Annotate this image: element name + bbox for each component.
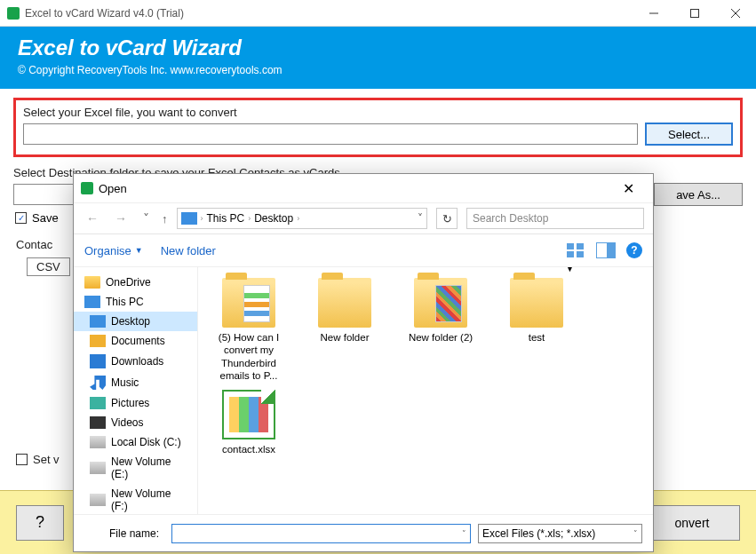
ic-desktop-icon xyxy=(90,315,106,328)
dialog-body: OneDriveThis PCDesktopDocumentsDownloads… xyxy=(74,266,653,514)
search-input[interactable]: Search Desktop xyxy=(466,208,644,229)
chevron-down-icon[interactable]: ˅ xyxy=(418,212,423,225)
ic-disk-icon xyxy=(90,462,106,474)
preview-pane-button[interactable] xyxy=(596,242,616,258)
chevron-down-icon[interactable]: ˅ xyxy=(462,529,466,538)
maximize-button[interactable] xyxy=(674,0,715,27)
tree-item-label: This PC xyxy=(106,296,144,308)
svg-rect-4 xyxy=(577,251,584,257)
dialog-close-button[interactable]: ✕ xyxy=(610,180,646,197)
svg-rect-1 xyxy=(567,243,574,249)
nav-back-icon[interactable]: ← xyxy=(83,211,102,226)
tree-item-label: Pictures xyxy=(111,397,149,409)
file-list[interactable]: (5) How can I convert my Thunderbird ema… xyxy=(198,267,653,514)
chevron-right-icon: › xyxy=(201,214,203,223)
tree-item[interactable]: Music xyxy=(74,372,197,393)
new-folder-button[interactable]: New folder xyxy=(161,244,216,257)
set-version-checkbox[interactable] xyxy=(16,454,28,465)
contact-format[interactable]: CSV xyxy=(27,257,70,276)
file-item[interactable]: New folder (2) xyxy=(401,278,481,383)
app-header: Excel to vCard Wizard © Copyright Recove… xyxy=(0,27,756,89)
file-filter-dropdown[interactable]: Excel Files (*.xls; *.xlsx) ˅ xyxy=(478,524,642,543)
app-copyright: © Copyright RecoveryTools Inc. www.recov… xyxy=(18,64,738,76)
minimize-button[interactable] xyxy=(633,0,674,27)
file-item[interactable]: New folder xyxy=(305,278,385,383)
tree-item[interactable]: Videos xyxy=(74,413,197,432)
file-item[interactable]: (5) How can I convert my Thunderbird ema… xyxy=(209,278,289,383)
chevron-right-icon: › xyxy=(248,214,251,223)
tree-item[interactable]: New Volume (F:) xyxy=(74,484,197,514)
tree-item-label: New Volume (F:) xyxy=(111,487,190,512)
dialog-footer: File name: ˅ Excel Files (*.xls; *.xlsx)… xyxy=(74,514,653,551)
dialog-nav: ← → ˅ ↑ › This PC › Desktop › ˅ ↻ Search… xyxy=(74,202,653,234)
dialog-titlebar: Open ✕ xyxy=(74,174,653,202)
ic-disk-icon xyxy=(90,494,106,506)
file-label: (5) How can I convert my Thunderbird ema… xyxy=(209,331,289,383)
chevron-down-icon[interactable]: ˅ xyxy=(633,529,638,538)
app-title: Excel to vCard Wizard v4.0 (Trial) xyxy=(25,7,633,20)
tree-item[interactable]: Desktop xyxy=(74,312,197,331)
file-label: contact.xlsx xyxy=(222,443,275,455)
ic-vid-icon xyxy=(90,416,106,429)
file-item[interactable]: contact.xlsx xyxy=(209,390,289,455)
svg-rect-6 xyxy=(607,243,616,258)
tree-item[interactable]: This PC xyxy=(74,292,197,312)
refresh-button[interactable]: ↻ xyxy=(436,208,458,229)
app-icon xyxy=(7,7,20,20)
app-titlebar: Excel to vCard Wizard v4.0 (Trial) xyxy=(0,0,756,27)
save-as-button[interactable]: ave As... xyxy=(654,183,743,206)
tree-item[interactable]: Downloads xyxy=(74,351,197,372)
nav-recent-icon[interactable]: ˅ xyxy=(139,211,153,226)
ic-dl-icon xyxy=(90,354,106,368)
close-button[interactable] xyxy=(715,0,756,27)
folder-tree[interactable]: OneDriveThis PCDesktopDocumentsDownloads… xyxy=(74,267,198,514)
tree-item[interactable]: Local Disk (C:) xyxy=(74,432,197,452)
file-label: New folder xyxy=(321,331,370,344)
save-checkbox[interactable] xyxy=(15,212,27,224)
set-version-label: Set v xyxy=(33,453,60,466)
breadcrumb-desktop[interactable]: Desktop xyxy=(254,212,293,225)
tree-item-label: Desktop xyxy=(111,315,150,328)
tree-item[interactable]: Documents xyxy=(74,331,197,351)
ic-disk-icon xyxy=(90,436,106,448)
select-button[interactable]: Select... xyxy=(645,123,733,146)
svg-rect-0 xyxy=(691,9,699,17)
nav-up-icon[interactable]: ↑ xyxy=(162,212,168,226)
filename-label: File name: xyxy=(84,527,164,540)
breadcrumb-this-pc[interactable]: This PC xyxy=(207,212,245,225)
tree-item-label: Music xyxy=(111,376,139,389)
contact-label: Contac xyxy=(16,238,52,251)
tree-item[interactable]: New Volume (E:) xyxy=(74,452,197,484)
select-file-label: Select your Excel file, you want to conv… xyxy=(23,106,733,119)
save-checkbox-label: Save xyxy=(32,211,59,225)
help-button[interactable]: ? xyxy=(16,505,64,541)
svg-rect-2 xyxy=(577,243,584,249)
help-icon[interactable]: ? xyxy=(626,242,642,258)
filename-input[interactable]: ˅ xyxy=(171,524,471,543)
tree-item-label: OneDrive xyxy=(106,276,151,289)
file-label: New folder (2) xyxy=(409,331,473,344)
file-label: test xyxy=(529,331,545,344)
convert-button[interactable]: onvert xyxy=(644,505,740,541)
ic-folder-icon xyxy=(84,276,100,289)
folder-icon xyxy=(510,278,563,328)
dialog-icon xyxy=(81,182,93,194)
tree-item[interactable]: OneDrive xyxy=(74,273,197,292)
file-item[interactable]: test xyxy=(497,278,577,383)
organise-button[interactable]: Organise▼ xyxy=(84,244,143,257)
tree-item-label: Documents xyxy=(111,335,165,347)
tree-item-label: New Volume (E:) xyxy=(111,455,190,480)
excel-path-input[interactable] xyxy=(23,123,638,145)
nav-forward-icon[interactable]: → xyxy=(111,211,131,226)
view-icons-button[interactable]: ▼ xyxy=(566,242,585,258)
tree-item[interactable]: Pictures xyxy=(74,393,197,413)
ic-pc-icon xyxy=(84,296,100,308)
tree-item-label: Downloads xyxy=(111,355,163,368)
ic-music-icon xyxy=(90,376,106,390)
select-file-section: Select your Excel file, you want to conv… xyxy=(13,98,743,157)
ic-pic-icon xyxy=(90,397,106,409)
chevron-down-icon: ▼ xyxy=(135,246,143,255)
breadcrumb[interactable]: › This PC › Desktop › ˅ xyxy=(177,208,428,229)
xlsx-icon xyxy=(222,390,275,439)
dialog-toolbar: Organise▼ New folder ▼ ? xyxy=(74,234,653,266)
